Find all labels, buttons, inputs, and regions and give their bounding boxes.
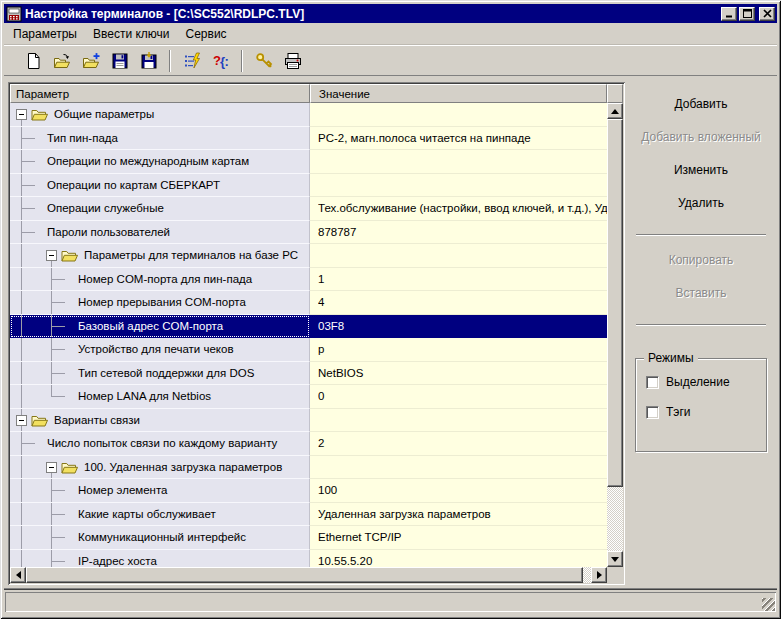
tree-line bbox=[21, 503, 22, 526]
collapse-toggle[interactable] bbox=[46, 250, 57, 261]
table-row[interactable]: Базовый адрес COM-порта 03F8 bbox=[10, 315, 607, 339]
value-cell: 0 bbox=[310, 385, 607, 409]
table-row[interactable]: Какие карты обслуживает Удаленная загруз… bbox=[10, 503, 607, 527]
parameter-label: Операции по картам СБЕРКАРТ bbox=[10, 174, 309, 197]
table-row[interactable]: Варианты связи bbox=[10, 409, 607, 433]
value-cell bbox=[310, 244, 607, 268]
parameter-label: Операции по международным картам bbox=[10, 150, 309, 173]
value-cell: 4 bbox=[310, 291, 607, 315]
scroll-down-button[interactable] bbox=[607, 551, 623, 567]
modes-groupbox-title: Режимы bbox=[644, 351, 698, 365]
collapse-toggle[interactable] bbox=[46, 462, 57, 473]
horizontal-scrollbar-thumb[interactable] bbox=[26, 567, 583, 583]
value-cell: Ethernet TCP/IP bbox=[310, 526, 607, 550]
save-as-button[interactable] bbox=[134, 48, 163, 74]
tree-tick bbox=[51, 302, 65, 303]
minus-icon bbox=[49, 467, 54, 468]
parameter-label: IP-адрес хоста bbox=[10, 550, 309, 568]
tree-tick bbox=[21, 185, 35, 186]
table-row[interactable]: Номер COM-порта для пин-пада 1 bbox=[10, 268, 607, 292]
tree-line bbox=[21, 315, 22, 338]
value-label: NetBIOS bbox=[318, 362, 607, 385]
printer-icon bbox=[284, 52, 302, 70]
print-device-button[interactable] bbox=[278, 48, 307, 74]
close-button[interactable] bbox=[759, 7, 775, 21]
parameter-cell: 100. Удаленная загрузка параметров bbox=[10, 456, 310, 480]
table-row[interactable]: Операции по международным картам bbox=[10, 150, 607, 174]
resize-grip[interactable] bbox=[762, 598, 775, 611]
parameter-label: Общие параметры bbox=[10, 103, 309, 126]
checkbox-label: Тэги bbox=[666, 405, 691, 419]
add-nested-button[interactable]: Добавить вложенный bbox=[633, 127, 769, 147]
parameter-cell: Варианты связи bbox=[10, 409, 310, 433]
add-button[interactable]: Добавить bbox=[633, 94, 769, 114]
vertical-scrollbar-thumb[interactable] bbox=[607, 119, 623, 487]
table-row[interactable]: 100. Удаленная загрузка параметров bbox=[10, 456, 607, 480]
horizontal-scrollbar[interactable] bbox=[10, 567, 607, 583]
open-file-button[interactable] bbox=[47, 48, 76, 74]
collapse-toggle[interactable] bbox=[16, 109, 27, 120]
paste-button[interactable]: Вставить bbox=[633, 283, 769, 303]
side-panel: ДобавитьДобавить вложенныйИзменитьУдалит… bbox=[627, 82, 775, 584]
tree-line bbox=[21, 385, 22, 408]
table-row[interactable]: Коммуникационный интерфейс Ethernet TCP/… bbox=[10, 526, 607, 550]
checkbox[interactable] bbox=[646, 376, 659, 389]
table-row[interactable]: IP-адрес хоста 10.55.5.20 bbox=[10, 550, 607, 568]
value-label: 10.55.5.20 bbox=[318, 550, 607, 568]
scroll-left-button[interactable] bbox=[10, 567, 26, 583]
tree-tick bbox=[51, 490, 65, 491]
parameter-cell: Тип пин-пада bbox=[10, 127, 310, 151]
vertical-scrollbar[interactable] bbox=[607, 103, 623, 567]
tree-tick bbox=[21, 232, 35, 233]
open-file-add-button[interactable] bbox=[76, 48, 105, 74]
table-row[interactable]: Тип пин-пада PC-2, магн.полоса читается … bbox=[10, 127, 607, 151]
main-area: Параметр Значение Общие параметры Тип пи… bbox=[4, 76, 777, 589]
table-row[interactable]: Номер элемента 100 bbox=[10, 479, 607, 503]
parameter-cell: Число попыток связи по каждому варианту bbox=[10, 432, 310, 456]
vertical-scrollbar-track[interactable] bbox=[607, 487, 623, 551]
table-row[interactable]: Общие параметры bbox=[10, 103, 607, 127]
table-row[interactable]: Операции служебные Тех.обслуживание (нас… bbox=[10, 197, 607, 221]
table-row[interactable]: Число попыток связи по каждому варианту … bbox=[10, 432, 607, 456]
menu-item[interactable]: Ввести ключи bbox=[85, 25, 178, 43]
table-row[interactable]: Устройство для печати чеков p bbox=[10, 338, 607, 362]
tree-tick bbox=[51, 396, 65, 397]
value-label: p bbox=[318, 338, 607, 361]
new-file-button[interactable] bbox=[18, 48, 47, 74]
check-parameters-button[interactable] bbox=[177, 48, 206, 74]
checkbox[interactable] bbox=[646, 406, 659, 419]
maximize-button[interactable] bbox=[739, 7, 755, 21]
enter-keys-button[interactable] bbox=[249, 48, 278, 74]
column-header-value[interactable]: Значение bbox=[310, 84, 607, 103]
table-row[interactable]: Номер прерывания COM-порта 4 bbox=[10, 291, 607, 315]
table-row[interactable]: Параметры для терминалов на базе PC bbox=[10, 244, 607, 268]
value-label: Ethernet TCP/IP bbox=[318, 526, 607, 549]
copy-button[interactable]: Копировать bbox=[633, 250, 769, 270]
collapse-toggle[interactable] bbox=[16, 415, 27, 426]
horizontal-scrollbar-track[interactable] bbox=[583, 567, 591, 583]
delete-button[interactable]: Удалить bbox=[633, 193, 769, 213]
table-row[interactable]: Номер LANA для Netbios 0 bbox=[10, 385, 607, 409]
syntax-help-button[interactable]: ? { : bbox=[206, 48, 235, 74]
scroll-right-button[interactable] bbox=[591, 567, 607, 583]
status-bar bbox=[5, 592, 776, 612]
save-button[interactable] bbox=[105, 48, 134, 74]
minimize-button[interactable] bbox=[721, 7, 737, 21]
parameter-cell: Какие карты обслуживает bbox=[10, 503, 310, 527]
tree-tick bbox=[51, 373, 65, 374]
value-label: 03F8 bbox=[318, 315, 607, 338]
table-row[interactable]: Операции по картам СБЕРКАРТ bbox=[10, 174, 607, 198]
column-header-parameter[interactable]: Параметр bbox=[10, 84, 310, 103]
table-row[interactable]: Пароли пользователей 878787 bbox=[10, 221, 607, 245]
table-row[interactable]: Тип сетевой поддержки для DOS NetBIOS bbox=[10, 362, 607, 386]
menu-item[interactable]: Сервис bbox=[178, 25, 235, 43]
tree-tick bbox=[51, 514, 65, 515]
parameter-label: Пароли пользователей bbox=[10, 221, 309, 244]
value-cell: 878787 bbox=[310, 221, 607, 245]
value-cell bbox=[310, 456, 607, 480]
edit-button[interactable]: Изменить bbox=[633, 160, 769, 180]
menu-item[interactable]: Параметры bbox=[5, 25, 85, 43]
new-document-icon bbox=[24, 52, 42, 70]
tree-line bbox=[21, 268, 22, 291]
scroll-up-button[interactable] bbox=[607, 103, 623, 119]
